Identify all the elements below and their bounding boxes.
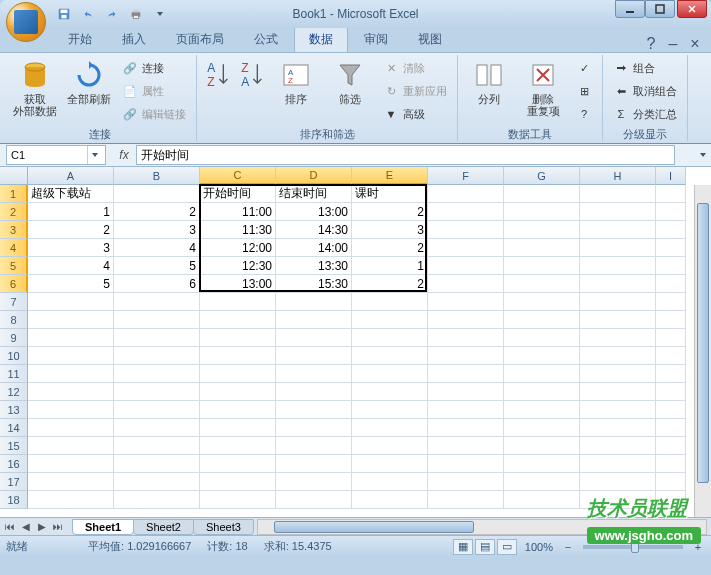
sheet-tab[interactable]: Sheet2 [133, 519, 194, 535]
cell[interactable] [504, 473, 580, 491]
cell[interactable] [352, 473, 428, 491]
vscroll-thumb[interactable] [697, 203, 709, 483]
close-button[interactable] [677, 0, 707, 18]
sort-asc-button[interactable]: AZ [203, 57, 233, 93]
cell[interactable] [28, 473, 114, 491]
cell[interactable] [580, 347, 656, 365]
fx-button[interactable]: fx [112, 145, 136, 165]
cell[interactable] [200, 491, 276, 509]
text-to-columns-button[interactable]: 分列 [464, 57, 514, 107]
ribbon-minimize-icon[interactable]: – [665, 36, 681, 52]
redo-icon[interactable] [102, 4, 122, 24]
cell[interactable] [580, 419, 656, 437]
group-button[interactable]: ⮕组合 [609, 57, 681, 79]
cell[interactable] [428, 185, 504, 203]
cell[interactable] [580, 221, 656, 239]
cell[interactable] [352, 383, 428, 401]
column-header[interactable]: E [352, 167, 428, 185]
normal-view-icon[interactable]: ▦ [453, 539, 473, 555]
row-header[interactable]: 17 [0, 473, 28, 491]
edit-links-button[interactable]: 🔗编辑链接 [118, 103, 190, 125]
cell[interactable] [580, 491, 656, 509]
cell[interactable] [114, 455, 200, 473]
cell[interactable] [352, 491, 428, 509]
cell[interactable] [504, 437, 580, 455]
cell[interactable] [352, 401, 428, 419]
cell[interactable] [580, 383, 656, 401]
cell[interactable] [428, 239, 504, 257]
cell[interactable] [200, 401, 276, 419]
cell[interactable] [276, 383, 352, 401]
cell[interactable] [504, 311, 580, 329]
cell[interactable]: 12:00 [200, 239, 276, 257]
cell[interactable] [276, 329, 352, 347]
cell[interactable]: 15:30 [276, 275, 352, 293]
row-header[interactable]: 15 [0, 437, 28, 455]
row-header[interactable]: 5 [0, 257, 28, 275]
ribbon-tab[interactable]: 视图 [404, 27, 456, 52]
row-header[interactable]: 1 [0, 185, 28, 203]
cell[interactable]: 5 [114, 257, 200, 275]
cell[interactable] [28, 365, 114, 383]
cell[interactable]: 11:00 [200, 203, 276, 221]
formula-input[interactable]: 开始时间 [136, 145, 675, 165]
cell[interactable] [428, 329, 504, 347]
cell[interactable]: 2 [114, 203, 200, 221]
cell[interactable]: 6 [114, 275, 200, 293]
cell[interactable] [28, 383, 114, 401]
subtotal-button[interactable]: Σ分类汇总 [609, 103, 681, 125]
cell[interactable] [428, 311, 504, 329]
remove-duplicates-button[interactable]: 删除重复项 [518, 57, 568, 119]
ribbon-tab[interactable]: 数据 [294, 26, 348, 52]
cell[interactable] [504, 203, 580, 221]
zoom-in-icon[interactable]: + [691, 540, 705, 554]
cell[interactable] [200, 383, 276, 401]
consolidate-button[interactable]: ⊞ [572, 80, 596, 102]
zoom-out-icon[interactable]: − [561, 540, 575, 554]
cell[interactable] [656, 473, 686, 491]
cell[interactable] [580, 329, 656, 347]
row-header[interactable]: 11 [0, 365, 28, 383]
cell[interactable] [114, 347, 200, 365]
sheet-prev-icon[interactable]: ◀ [18, 519, 34, 535]
cell[interactable]: 3 [114, 221, 200, 239]
cell[interactable] [352, 455, 428, 473]
cell[interactable] [656, 275, 686, 293]
cell[interactable] [580, 473, 656, 491]
cell[interactable] [656, 203, 686, 221]
get-external-data-button[interactable]: 获取外部数据 [10, 57, 60, 119]
cell[interactable] [114, 491, 200, 509]
cell[interactable] [656, 185, 686, 203]
cell[interactable] [428, 419, 504, 437]
row-header[interactable]: 2 [0, 203, 28, 221]
cell[interactable] [114, 473, 200, 491]
row-header[interactable]: 12 [0, 383, 28, 401]
page-break-view-icon[interactable]: ▭ [497, 539, 517, 555]
cell[interactable] [656, 311, 686, 329]
column-header[interactable]: H [580, 167, 656, 185]
cell[interactable] [352, 311, 428, 329]
sheet-next-icon[interactable]: ▶ [34, 519, 50, 535]
cell[interactable]: 11:30 [200, 221, 276, 239]
ribbon-tab[interactable]: 开始 [54, 27, 106, 52]
qat-customize-icon[interactable] [150, 4, 170, 24]
cell[interactable]: 13:00 [276, 203, 352, 221]
cell[interactable] [114, 437, 200, 455]
row-header[interactable]: 4 [0, 239, 28, 257]
properties-button[interactable]: 📄属性 [118, 80, 190, 102]
name-box-dropdown-icon[interactable] [87, 146, 101, 164]
spreadsheet-grid[interactable]: ABCDEFGHI 123456789101112131415161718 超级… [0, 167, 711, 517]
row-header[interactable]: 8 [0, 311, 28, 329]
cell[interactable] [200, 347, 276, 365]
cell[interactable] [276, 455, 352, 473]
cell[interactable]: 3 [352, 221, 428, 239]
cell[interactable] [580, 185, 656, 203]
cell[interactable]: 2 [28, 221, 114, 239]
cell[interactable] [276, 365, 352, 383]
cell[interactable] [276, 401, 352, 419]
cell[interactable] [504, 419, 580, 437]
data-validation-button[interactable]: ✓ [572, 57, 596, 79]
row-header[interactable]: 3 [0, 221, 28, 239]
cell[interactable] [276, 419, 352, 437]
row-header[interactable]: 14 [0, 419, 28, 437]
